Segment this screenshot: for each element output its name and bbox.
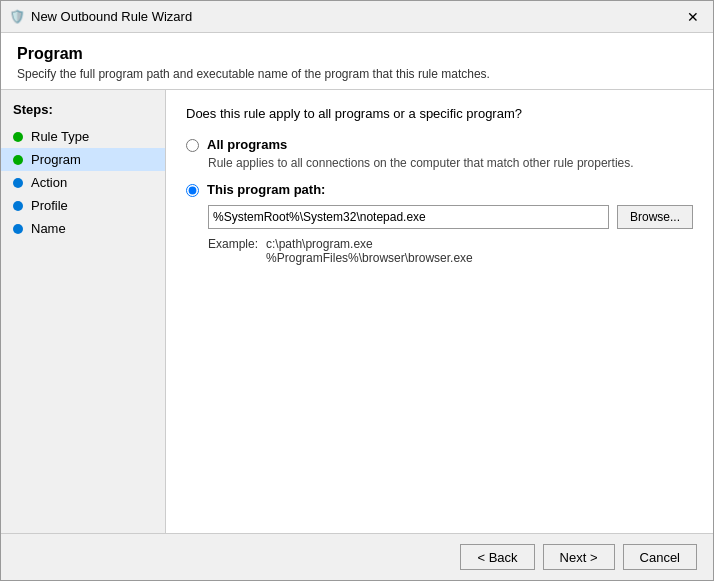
step-dot-action [13,178,23,188]
steps-label: Steps: [1,102,165,125]
path-section: Browse... Example: c:\path\program.exe %… [186,205,693,265]
this-program-label[interactable]: This program path: [207,182,325,197]
page-subtitle: Specify the full program path and execut… [17,67,697,81]
browse-button[interactable]: Browse... [617,205,693,229]
sidebar-item-rule-type[interactable]: Rule Type [1,125,165,148]
this-program-group: This program path: Browse... Example: c:… [186,182,693,265]
all-programs-row: All programs [186,137,693,152]
window-icon: 🛡️ [9,9,25,25]
close-button[interactable]: ✕ [681,5,705,29]
main-panel: Does this rule apply to all programs or … [166,90,713,533]
all-programs-group: All programs Rule applies to all connect… [186,137,693,170]
all-programs-description: Rule applies to all connections on the c… [208,156,693,170]
window-title: New Outbound Rule Wizard [31,9,681,24]
back-button[interactable]: < Back [460,544,534,570]
all-programs-label[interactable]: All programs [207,137,287,152]
sidebar-item-program[interactable]: Program [1,148,165,171]
sidebar-item-action[interactable]: Action [1,171,165,194]
sidebar-item-profile[interactable]: Profile [1,194,165,217]
sidebar-label-name: Name [31,221,66,236]
path-input-row: Browse... [208,205,693,229]
example-area: Example: c:\path\program.exe %ProgramFil… [208,237,693,265]
all-programs-radio[interactable] [186,139,199,152]
step-dot-name [13,224,23,234]
title-bar: 🛡️ New Outbound Rule Wizard ✕ [1,1,713,33]
sidebar-label-program: Program [31,152,81,167]
example-label: Example: [208,237,258,265]
page-header: Program Specify the full program path an… [1,33,713,90]
cancel-button[interactable]: Cancel [623,544,697,570]
next-button[interactable]: Next > [543,544,615,570]
footer: < Back Next > Cancel [1,533,713,580]
page-title: Program [17,45,697,63]
example-line-2: %ProgramFiles%\browser\browser.exe [266,251,473,265]
example-line-1: c:\path\program.exe [266,237,473,251]
step-dot-rule-type [13,132,23,142]
wizard-window: 🛡️ New Outbound Rule Wizard ✕ Program Sp… [0,0,714,581]
sidebar-label-action: Action [31,175,67,190]
sidebar: Steps: Rule Type Program Action Profile … [1,90,166,533]
this-program-row: This program path: [186,182,693,197]
example-values: c:\path\program.exe %ProgramFiles%\brows… [266,237,473,265]
question-text: Does this rule apply to all programs or … [186,106,693,121]
step-dot-program [13,155,23,165]
path-input[interactable] [208,205,609,229]
sidebar-label-profile: Profile [31,198,68,213]
step-dot-profile [13,201,23,211]
this-program-radio[interactable] [186,184,199,197]
sidebar-item-name[interactable]: Name [1,217,165,240]
content-area: Steps: Rule Type Program Action Profile … [1,90,713,533]
sidebar-label-rule-type: Rule Type [31,129,89,144]
